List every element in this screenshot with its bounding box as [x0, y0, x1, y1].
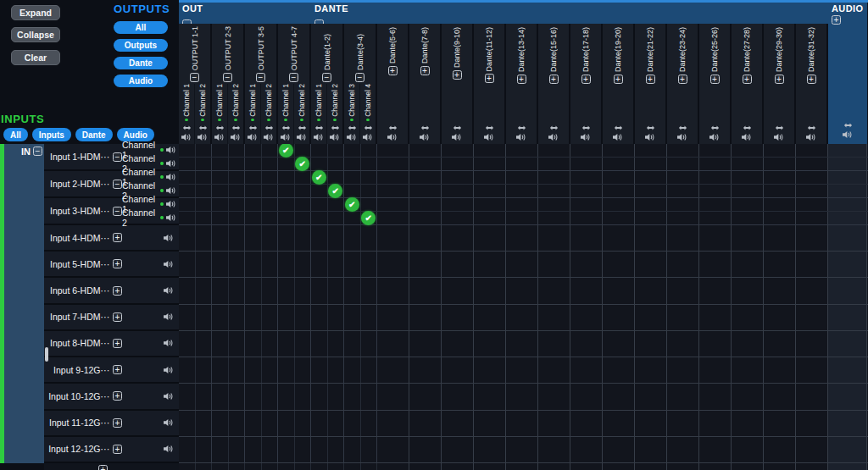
column-dante-21-22[interactable]: Dante(21-22)+: [635, 24, 667, 146]
speaker-icon[interactable]: [420, 133, 430, 141]
matrix-cell[interactable]: [828, 185, 867, 197]
matrix-cell[interactable]: [699, 411, 732, 436]
column-dante-31-32[interactable]: Dante(31-32)+: [796, 24, 828, 146]
matrix-cell[interactable]: [764, 225, 796, 251]
matrix-cell[interactable]: [667, 411, 699, 436]
matrix-cell[interactable]: [344, 331, 361, 357]
matrix-cell[interactable]: [196, 185, 213, 197]
matrix-cell[interactable]: [212, 212, 229, 224]
input-row-input-6-hdm[interactable]: Input 6-HDM⋯+: [44, 278, 179, 304]
matrix-cell[interactable]: [442, 225, 474, 251]
matrix-cell[interactable]: [603, 144, 635, 157]
matrix-cell[interactable]: [295, 185, 312, 197]
matrix-cell[interactable]: [828, 331, 867, 357]
matrix-cell[interactable]: [635, 278, 667, 303]
matrix-cell[interactable]: [442, 305, 474, 330]
matrix-cell[interactable]: [732, 411, 764, 436]
matrix-cell[interactable]: [828, 357, 867, 383]
matrix-cell[interactable]: [828, 384, 867, 409]
speaker-icon[interactable]: [709, 133, 720, 141]
matrix-cell[interactable]: [328, 331, 345, 357]
matrix-cell[interactable]: [570, 144, 603, 157]
matrix-cell[interactable]: [196, 144, 213, 157]
column-expand-button[interactable]: +: [453, 70, 462, 80]
matrix-cell[interactable]: [229, 225, 246, 251]
speaker-icon[interactable]: [677, 133, 687, 141]
column-dante-5-6[interactable]: Dante(5-6)+: [377, 24, 409, 146]
matrix-cell[interactable]: [635, 384, 667, 409]
matrix-cell[interactable]: [667, 437, 699, 462]
speaker-icon[interactable]: [581, 133, 591, 141]
gain-icon[interactable]: [807, 124, 816, 131]
gain-icon[interactable]: [485, 124, 494, 131]
matrix-cell[interactable]: [328, 225, 345, 251]
matrix-cell[interactable]: [377, 198, 409, 211]
matrix-cell[interactable]: [538, 437, 570, 462]
matrix-cell[interactable]: [179, 252, 196, 277]
matrix-cell[interactable]: [262, 411, 279, 436]
speaker-icon[interactable]: [166, 213, 176, 222]
matrix-cell[interactable]: [212, 278, 229, 303]
matrix-cell[interactable]: [295, 252, 312, 277]
matrix-cell[interactable]: [474, 411, 506, 436]
matrix-cell[interactable]: [474, 357, 506, 383]
matrix-cell[interactable]: [361, 331, 378, 357]
matrix-cell[interactable]: [311, 357, 328, 383]
matrix-cell[interactable]: [295, 171, 312, 184]
matrix-cell[interactable]: [361, 185, 378, 197]
matrix-cell[interactable]: [828, 158, 867, 170]
matrix-cell[interactable]: [635, 411, 667, 436]
matrix-cell[interactable]: [796, 252, 828, 277]
speaker-icon[interactable]: [387, 133, 398, 141]
matrix-cell[interactable]: [262, 158, 279, 170]
gain-icon[interactable]: [581, 124, 591, 131]
matrix-cell[interactable]: ✔: [344, 198, 361, 211]
matrix-cell[interactable]: [442, 185, 474, 197]
input-row-input-4-hdm[interactable]: Input 4-HDM⋯+: [44, 225, 179, 252]
matrix-cell[interactable]: [570, 198, 603, 211]
matrix-cell[interactable]: ✔: [311, 171, 328, 184]
speaker-icon[interactable]: [330, 133, 340, 141]
matrix-cell[interactable]: [262, 437, 279, 462]
matrix-cell[interactable]: [732, 437, 764, 462]
in-group-collapse-button[interactable]: −: [33, 147, 42, 156]
speaker-icon[interactable]: [742, 133, 752, 141]
column-expand-button[interactable]: +: [775, 75, 784, 84]
matrix-cell[interactable]: [732, 198, 764, 211]
matrix-cell[interactable]: [245, 198, 262, 211]
matrix-cell[interactable]: [377, 185, 409, 197]
matrix-cell[interactable]: [538, 331, 570, 357]
matrix-cell[interactable]: [570, 305, 603, 330]
matrix-cell[interactable]: [361, 144, 378, 157]
matrix-cell[interactable]: [278, 185, 295, 197]
matrix-cell[interactable]: [344, 305, 361, 330]
input-row-input-5-hdm[interactable]: Input 5-HDM⋯+: [44, 252, 179, 278]
matrix-cell[interactable]: [245, 331, 262, 357]
matrix-cell[interactable]: [732, 305, 764, 330]
matrix-cell[interactable]: [196, 158, 213, 170]
matrix-cell[interactable]: [538, 171, 570, 184]
matrix-cell[interactable]: [328, 437, 345, 462]
matrix-cell[interactable]: [311, 212, 328, 224]
input-expand-button[interactable]: +: [113, 418, 122, 428]
matrix-cell[interactable]: [229, 185, 246, 197]
matrix-cell[interactable]: [245, 144, 262, 157]
matrix-cell[interactable]: [570, 225, 603, 251]
matrix-cell[interactable]: [764, 252, 796, 277]
matrix-cell[interactable]: [538, 212, 570, 224]
matrix-cell[interactable]: [295, 437, 312, 462]
matrix-cell[interactable]: [635, 171, 667, 184]
matrix-cell[interactable]: [442, 158, 474, 170]
matrix-cell[interactable]: [474, 212, 506, 224]
speaker-icon[interactable]: [231, 133, 241, 141]
input-row-input-10-12g[interactable]: Input 10-12G⋯+: [44, 384, 179, 410]
matrix-cell[interactable]: [377, 212, 409, 224]
input-collapse-button[interactable]: −: [113, 180, 122, 189]
matrix-cell[interactable]: [506, 305, 538, 330]
matrix-cell[interactable]: [635, 357, 667, 383]
gain-icon[interactable]: [182, 124, 192, 131]
matrix-cell[interactable]: [699, 198, 732, 211]
matrix-cell[interactable]: [828, 278, 867, 303]
matrix-cell[interactable]: [212, 384, 229, 409]
matrix-cell[interactable]: [179, 463, 196, 470]
